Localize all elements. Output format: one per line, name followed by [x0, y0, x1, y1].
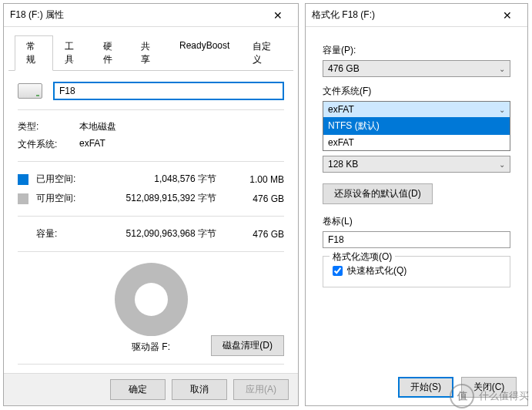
filesystem-selected: exFAT: [328, 104, 354, 115]
filesystem-label: 文件系统:: [18, 138, 79, 151]
start-button[interactable]: 开始(S): [398, 377, 453, 398]
tab-hardware[interactable]: 硬件: [92, 35, 130, 71]
tab-custom[interactable]: 自定义: [241, 35, 287, 71]
used-human: 1.00 MB: [230, 174, 284, 185]
tab-body-general: 类型:本地磁盘 文件系统:exFAT 已用空间: 1,048,576 字节 1.…: [4, 71, 298, 383]
tab-readyboost[interactable]: ReadyBoost: [168, 35, 241, 71]
format-dialog: 格式化 F18 (F:) ✕ 容量(P): 476 GB ⌄ 文件系统(F) e…: [305, 3, 528, 406]
cancel-button[interactable]: 取消: [172, 379, 227, 400]
format-options-legend: 格式化选项(O): [330, 250, 395, 264]
capacity-human: 476 GB: [230, 229, 284, 240]
filesystem-option-exfat[interactable]: exFAT: [323, 135, 510, 150]
chevron-down-icon: ⌄: [499, 160, 505, 169]
filesystem-select[interactable]: exFAT ⌄ NTFS (默认) exFAT: [323, 101, 510, 151]
tab-sharing[interactable]: 共享: [129, 35, 168, 71]
close-icon[interactable]: ✕: [494, 6, 521, 25]
window-title: F18 (F:) 属性: [10, 8, 264, 22]
quick-format-checkbox[interactable]: [333, 266, 343, 276]
capacity-select[interactable]: 476 GB ⌄: [323, 60, 510, 77]
quick-format-row[interactable]: 快速格式化(Q): [333, 264, 500, 277]
tab-general[interactable]: 常规: [15, 35, 53, 71]
filesystem-label: 文件系统(F): [323, 85, 510, 98]
allocation-value: 128 KB: [328, 159, 358, 170]
close-icon[interactable]: ✕: [264, 6, 292, 25]
capacity-label: 容量(P):: [323, 44, 510, 57]
volume-input[interactable]: [323, 231, 510, 248]
dialog-footer: 确定 取消 应用(A): [4, 373, 298, 405]
chevron-down-icon: ⌄: [499, 106, 505, 114]
used-swatch: [18, 174, 28, 185]
type-value: 本地磁盘: [79, 120, 116, 133]
tab-tools[interactable]: 工具: [53, 35, 92, 71]
close-button[interactable]: 关闭(C): [461, 377, 517, 398]
format-footer: 开始(S) 关闭(C): [398, 377, 517, 398]
capacity-label: 容量:: [36, 227, 98, 240]
allocation-select[interactable]: 128 KB ⌄: [323, 156, 510, 173]
type-label: 类型:: [18, 120, 79, 133]
apply-button[interactable]: 应用(A): [233, 379, 289, 400]
filesystem-option-ntfs[interactable]: NTFS (默认): [323, 117, 510, 135]
free-bytes: 512,089,915,392 字节: [98, 192, 230, 205]
filesystem-value: exFAT: [79, 138, 105, 151]
drive-name-input[interactable]: [53, 82, 284, 100]
format-body: 容量(P): 476 GB ⌄ 文件系统(F) exFAT ⌄ NTFS (默认…: [306, 27, 527, 297]
free-human: 476 GB: [230, 193, 284, 204]
restore-defaults-button[interactable]: 还原设备的默认值(D): [323, 183, 433, 204]
free-swatch: [18, 193, 28, 204]
properties-dialog: F18 (F:) 属性 ✕ 常规 工具 硬件 共享 ReadyBoost 自定义…: [3, 3, 299, 406]
quick-format-label: 快速格式化(Q): [347, 264, 407, 277]
format-options-group: 格式化选项(O) 快速格式化(Q): [323, 256, 510, 287]
disk-cleanup-button[interactable]: 磁盘清理(D): [211, 335, 284, 356]
capacity-bytes: 512,090,963,968 字节: [98, 227, 230, 240]
capacity-value: 476 GB: [328, 63, 360, 74]
used-label: 已用空间:: [36, 173, 98, 186]
free-label: 可用空间:: [36, 192, 98, 205]
drive-icon: [18, 83, 42, 99]
window-title: 格式化 F18 (F:): [312, 8, 494, 22]
used-bytes: 1,048,576 字节: [98, 173, 230, 186]
chevron-down-icon: ⌄: [499, 65, 505, 73]
volume-label: 卷标(L): [323, 215, 510, 228]
titlebar: 格式化 F18 (F:) ✕: [306, 4, 527, 27]
titlebar: F18 (F:) 属性 ✕: [4, 4, 298, 27]
usage-donut-chart: [115, 263, 188, 336]
ok-button[interactable]: 确定: [110, 379, 166, 400]
tabs: 常规 工具 硬件 共享 ReadyBoost 自定义: [8, 32, 293, 71]
